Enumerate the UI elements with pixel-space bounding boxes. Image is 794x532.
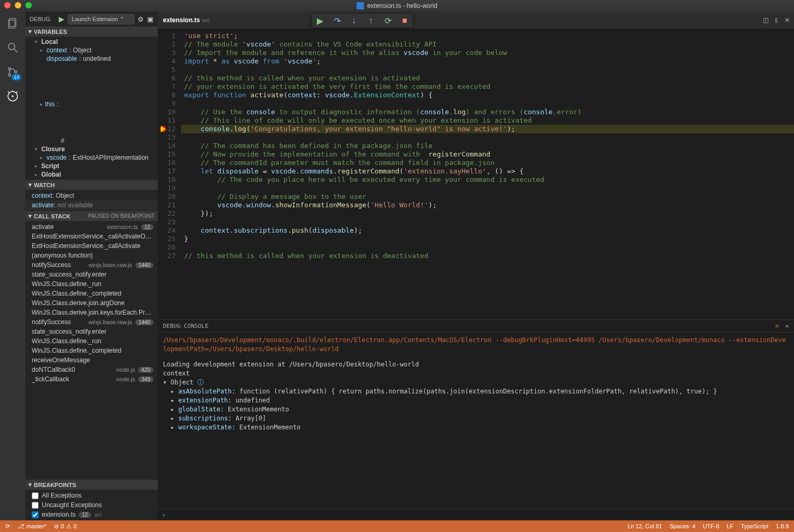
svg-point-8	[12, 96, 13, 97]
breakpoints-header[interactable]: ▾ BREAKPOINTS	[25, 480, 158, 490]
debug-header: DEBUG ▶ Launch Extension ⌃ ⚙ ▣	[25, 12, 158, 26]
step-over-button[interactable]: ↷	[332, 16, 342, 25]
maximize-icon[interactable]	[25, 2, 32, 8]
filter-icon[interactable]: ≋	[775, 323, 779, 329]
stack-frame[interactable]: WinJS.Class.define._completed	[25, 346, 158, 355]
status-spaces[interactable]: Spaces: 4	[670, 523, 696, 529]
status-errors[interactable]: ⊘ 0 ⚠ 0	[54, 523, 77, 530]
stack-frame[interactable]: WinJS.Class.define._run	[25, 279, 158, 289]
git-icon[interactable]: 14	[5, 65, 20, 79]
stack-frame[interactable]: activateextension.ts12	[25, 222, 158, 232]
status-eol[interactable]: LF	[727, 523, 734, 529]
traffic-lights[interactable]	[4, 2, 32, 8]
console-launch-line: /Users/bpasero/Development/monaco/.build…	[163, 336, 789, 354]
watch-row[interactable]: context: Object	[25, 191, 158, 200]
debug-console-body[interactable]: /Users/bpasero/Development/monaco/.build…	[158, 333, 794, 509]
watch-header[interactable]: ▾ WATCH	[25, 180, 158, 190]
svg-point-7	[8, 91, 17, 101]
variables-header[interactable]: ▾ VARIABLES	[25, 26, 158, 36]
launch-config-select[interactable]: Launch Extension ⌃	[68, 14, 134, 24]
tab-filename: extension.ts	[163, 16, 200, 24]
code-body[interactable]: 'use strict';// The module 'vscode' cont…	[181, 29, 794, 319]
debug-console-input[interactable]: ›	[158, 509, 794, 520]
stack-frame[interactable]: receiveOneMessage	[25, 355, 158, 365]
step-into-button[interactable]: ↓	[349, 16, 359, 25]
console-prop[interactable]: ▸ asAbsolutePath: function (relativePath…	[163, 387, 789, 396]
close-console-icon[interactable]: ✕	[785, 323, 789, 329]
var-row[interactable]: ▸context: Object	[25, 46, 158, 54]
gear-icon[interactable]: ⚙	[138, 15, 144, 23]
svg-line-10	[8, 91, 9, 93]
var-row[interactable]: ▸this: #	[25, 63, 158, 145]
console-loading-line: Loading development extension at /Users/…	[163, 360, 789, 369]
stack-frame[interactable]: _tickCallbacknode.js349	[25, 374, 158, 384]
stack-frame[interactable]: WinJS.Class.define._completed	[25, 289, 158, 298]
breakpoints-section: ▾ BREAKPOINTS All Exceptions Uncaught Ex…	[25, 480, 158, 520]
status-branch[interactable]: ⎇ master*	[17, 523, 47, 530]
var-row[interactable]: disposable: undefined	[25, 54, 158, 63]
stack-frame[interactable]: WinJS.Class.define._run	[25, 336, 158, 346]
minimize-icon[interactable]	[15, 2, 21, 8]
status-version[interactable]: 1.8.9	[776, 523, 789, 529]
status-sync[interactable]: ⟳	[5, 523, 10, 530]
scope-script[interactable]: ▸Script	[25, 162, 158, 170]
debug-console-title: DEBUG CONSOLE	[163, 323, 208, 329]
breakpoint-row[interactable]: All Exceptions	[25, 491, 158, 500]
stop-button[interactable]: ■	[400, 16, 409, 25]
explorer-icon[interactable]	[5, 16, 20, 31]
stack-frame[interactable]: notifySuccesswinjs.base.raw.js1440	[25, 317, 158, 327]
breakpoint-row[interactable]: extension.ts 12 src	[25, 510, 158, 519]
status-bar: ⟳ ⎇ master* ⊘ 0 ⚠ 0 Ln 12, Col 81 Spaces…	[0, 520, 794, 532]
tab-dir: src	[202, 17, 210, 23]
restart-button[interactable]: ⟳	[383, 16, 393, 25]
svg-point-2	[8, 43, 15, 50]
debug-sidebar: DEBUG ▶ Launch Extension ⌃ ⚙ ▣ ▾ VARIABL…	[25, 12, 158, 520]
stack-frame[interactable]: WinJS.Class.derive.join.argDone	[25, 298, 158, 308]
console-prop[interactable]: ▸ subscriptions: Array[0]	[163, 414, 789, 423]
callstack-header[interactable]: ▾ CALL STACKPAUSED ON BREAKPOINT	[25, 211, 158, 221]
code-editor[interactable]: 1234567891011121314151617181920212223242…	[158, 29, 794, 319]
stack-frame[interactable]: ExtHostExtensionService._callActivateOpt…	[25, 232, 158, 241]
var-row[interactable]: ▸vscode: ExtHostAPIImplementation	[25, 153, 158, 162]
debug-label: DEBUG	[30, 16, 50, 22]
scope-closure[interactable]: ▾Closure	[25, 145, 158, 153]
stack-frame[interactable]: ExtHostExtensionService._callActivate	[25, 241, 158, 251]
split-editor-icon[interactable]: ◫	[763, 16, 769, 24]
console-object-line[interactable]: ▾ Object ⓘ	[163, 378, 789, 387]
svg-line-11	[16, 91, 17, 93]
stack-frame[interactable]: doNTCallback0node.js420	[25, 365, 158, 374]
start-debug-button[interactable]: ▶	[59, 15, 65, 23]
status-encoding[interactable]: UTF-8	[703, 523, 719, 529]
console-prop[interactable]: ▸ workspaceState: ExtensionMemento	[163, 423, 789, 432]
tab-extension-ts[interactable]: extension.ts src	[163, 16, 210, 24]
watch-row[interactable]: activate: not available	[25, 200, 158, 210]
stack-frame[interactable]: notifySuccesswinjs.base.raw.js1440	[25, 260, 158, 270]
repl-icon[interactable]: ▣	[147, 15, 153, 23]
stack-frame[interactable]: state_success_notify.enter	[25, 270, 158, 279]
toggle-panel-icon[interactable]: ⫿	[775, 16, 778, 24]
variables-section: ▾ VARIABLES ▾Local▸context: Objectdispos…	[25, 26, 158, 180]
stack-frame[interactable]: state_success_notify.enter	[25, 327, 158, 336]
svg-point-5	[8, 74, 11, 76]
scope-local[interactable]: ▾Local	[25, 38, 158, 46]
breakpoint-row[interactable]: Uncaught Exceptions	[25, 500, 158, 510]
status-cursor[interactable]: Ln 12, Col 81	[627, 523, 662, 529]
console-prop[interactable]: ▸ globalState: ExtensionMemento	[163, 405, 789, 414]
app-file-icon	[357, 2, 364, 10]
close-icon[interactable]	[4, 2, 11, 8]
search-icon[interactable]	[5, 40, 20, 55]
close-editor-icon[interactable]: ✕	[784, 16, 790, 24]
debug-icon[interactable]	[5, 89, 20, 104]
stack-frame[interactable]: (anonymous function)	[25, 251, 158, 260]
window-titlebar: extension.ts - hello-world	[0, 0, 794, 12]
git-badge: 14	[12, 74, 21, 80]
step-out-button[interactable]: ↑	[366, 16, 376, 25]
watch-section: ▾ WATCH context: Objectactivate: not ava…	[25, 180, 158, 211]
status-language[interactable]: TypeScript	[741, 523, 769, 529]
debug-console-header[interactable]: DEBUG CONSOLE ≋ ✕	[158, 320, 794, 333]
continue-button[interactable]: ▶	[315, 16, 325, 25]
debug-toolbar[interactable]: ▶ ↷ ↓ ↑ ⟳ ■	[312, 14, 413, 27]
stack-frame[interactable]: WinJS.Class.derive.join.keys.forEach.Pro…	[25, 308, 158, 317]
scope-global[interactable]: ▸Global	[25, 170, 158, 179]
console-prop[interactable]: ▸ extensionPath: undefined	[163, 396, 789, 405]
